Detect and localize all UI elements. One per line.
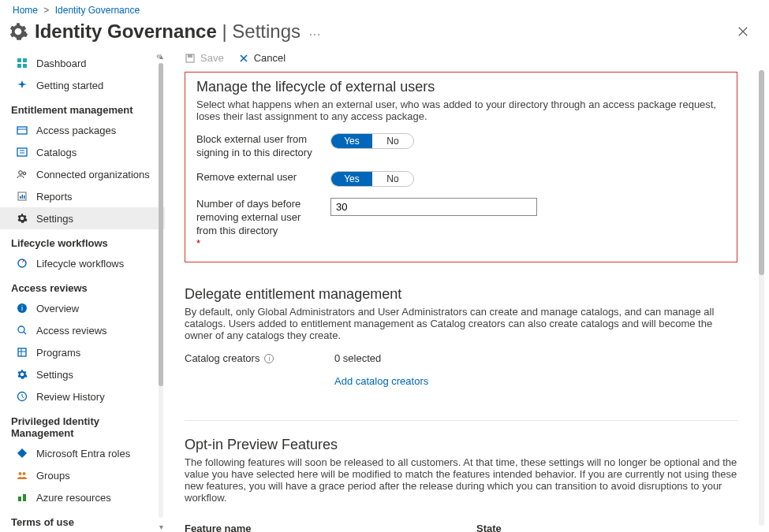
sidebar-item-label: Lifecycle workflows [36, 258, 124, 270]
catalog-creators-count: 0 selected [334, 352, 381, 364]
reviews-icon [16, 324, 28, 337]
svg-point-19 [23, 472, 26, 475]
info-icon[interactable]: i [264, 354, 274, 363]
svg-point-6 [19, 171, 23, 175]
sparkle-icon [16, 79, 28, 91]
breadcrumb-home[interactable]: Home [13, 5, 38, 16]
sidebar-item-dashboard[interactable]: Dashboard [0, 52, 165, 74]
sidebar-item-label: Settings [36, 369, 73, 381]
sidebar-item-azure-resources[interactable]: Azure resources [0, 486, 165, 508]
breadcrumb-sep: > [40, 5, 52, 16]
close-button[interactable] [730, 23, 756, 40]
package-icon [16, 124, 28, 136]
svg-point-7 [23, 172, 26, 175]
sidebar-group-pim: Privileged Identity Management [0, 407, 165, 442]
main-scroll-thumb[interactable] [759, 70, 764, 275]
lifecycle-section: Manage the lifecycle of external users S… [185, 72, 737, 262]
sidebar-group-lifecycle: Lifecycle workflows [0, 229, 165, 252]
sidebar-item-getting-started[interactable]: Getting started [0, 74, 165, 96]
sidebar-item-access-packages[interactable]: Access packages [0, 119, 165, 141]
toolbar: Save Cancel [166, 49, 769, 70]
sidebar: « ▴ Dashboard Getting started Entitlemen… [0, 49, 166, 532]
required-asterisk: * [196, 237, 200, 249]
sidebar-item-lifecycle-workflows[interactable]: Lifecycle workflows [0, 252, 165, 274]
sidebar-item-label: Access reviews [36, 325, 107, 337]
page-title: Identity Governance | Settings [35, 20, 301, 43]
sidebar-item-label: Access packages [36, 125, 116, 136]
more-icon[interactable]: … [301, 28, 321, 35]
svg-rect-10 [22, 195, 24, 199]
cancel-icon [238, 53, 249, 64]
cycle-icon [16, 257, 28, 270]
remove-external-toggle[interactable]: Yes No [330, 171, 414, 187]
sidebar-item-programs[interactable]: Programs [0, 341, 165, 363]
svg-rect-11 [24, 195, 25, 199]
gear-icon [8, 21, 28, 42]
svg-rect-4 [17, 127, 27, 134]
sidebar-item-label: Settings [36, 213, 73, 225]
sidebar-scroll-up-icon[interactable]: ▴ [158, 52, 164, 58]
preview-title: Opt-in Preview Features [185, 437, 737, 453]
cancel-button[interactable]: Cancel [238, 52, 286, 64]
page-titlebar: Identity Governance | Settings … [0, 19, 769, 49]
sidebar-item-label: Microsoft Entra roles [36, 448, 130, 459]
sidebar-item-label: Connected organizations [36, 169, 150, 180]
sidebar-item-catalogs[interactable]: Catalogs [0, 141, 165, 163]
lifecycle-title: Manage the lifecycle of external users [196, 79, 726, 95]
add-catalog-creators-link[interactable]: Add catalog creators [334, 375, 428, 387]
feature-table-header: Feature name State [185, 515, 737, 532]
sidebar-item-label: Groups [36, 470, 70, 482]
days-label: Number of days before removing external … [196, 198, 330, 251]
sidebar-scroll-down-icon[interactable]: ▾ [158, 523, 164, 529]
svg-rect-21 [23, 494, 26, 501]
breadcrumb-identity-governance[interactable]: Identity Governance [55, 5, 140, 16]
save-button[interactable]: Save [185, 52, 224, 64]
svg-rect-20 [18, 497, 21, 501]
col-state: State [476, 523, 502, 532]
sidebar-item-label: Programs [36, 347, 80, 359]
sidebar-group-terms: Terms of use [0, 508, 165, 531]
toggle-yes[interactable]: Yes [331, 134, 372, 148]
svg-point-18 [19, 472, 22, 475]
history-icon [16, 390, 28, 403]
reports-icon [16, 190, 28, 203]
sidebar-item-access-reviews[interactable]: Access reviews [0, 319, 165, 341]
sidebar-item-label: Dashboard [36, 58, 87, 69]
sidebar-item-label: Catalogs [36, 147, 77, 158]
remove-external-label: Remove external user [196, 171, 330, 184]
sidebar-item-entra-roles[interactable]: Microsoft Entra roles [0, 442, 165, 464]
toggle-yes[interactable]: Yes [331, 172, 372, 186]
svg-rect-1 [23, 58, 27, 62]
sidebar-item-overview[interactable]: i Overview [0, 297, 165, 319]
svg-rect-9 [20, 196, 21, 199]
svg-rect-3 [23, 64, 27, 68]
block-external-toggle[interactable]: Yes No [330, 133, 414, 149]
sidebar-item-groups[interactable]: Groups [0, 464, 165, 486]
divider [185, 420, 737, 421]
col-feature-name: Feature name [185, 523, 476, 532]
sidebar-item-label: Review History [36, 391, 105, 403]
dashboard-icon [16, 57, 28, 69]
gear2-icon [16, 368, 28, 381]
svg-point-15 [18, 326, 24, 333]
delegate-title: Delegate entitlement management [185, 286, 737, 303]
sidebar-scroll-thumb[interactable] [159, 63, 163, 386]
people-icon [16, 168, 28, 180]
toggle-no[interactable]: No [372, 172, 413, 186]
preview-desc: The following features will soon be rele… [185, 456, 737, 504]
sidebar-item-review-settings[interactable]: Settings [0, 363, 165, 385]
sidebar-group-access-reviews: Access reviews [0, 274, 165, 297]
svg-text:i: i [21, 304, 23, 312]
main-scrollbar[interactable] [759, 70, 764, 526]
sidebar-item-review-history[interactable]: Review History [0, 385, 165, 407]
sidebar-item-reports[interactable]: Reports [0, 185, 165, 207]
sidebar-scrollbar[interactable] [159, 63, 163, 518]
svg-rect-0 [17, 58, 21, 62]
sidebar-item-connected-org[interactable]: Connected organizations [0, 163, 165, 185]
days-input[interactable] [330, 198, 537, 216]
gear-icon [16, 212, 28, 225]
svg-rect-23 [188, 54, 192, 58]
diamond-icon [16, 447, 28, 459]
toggle-no[interactable]: No [372, 134, 413, 148]
sidebar-item-settings[interactable]: Settings [0, 207, 165, 229]
